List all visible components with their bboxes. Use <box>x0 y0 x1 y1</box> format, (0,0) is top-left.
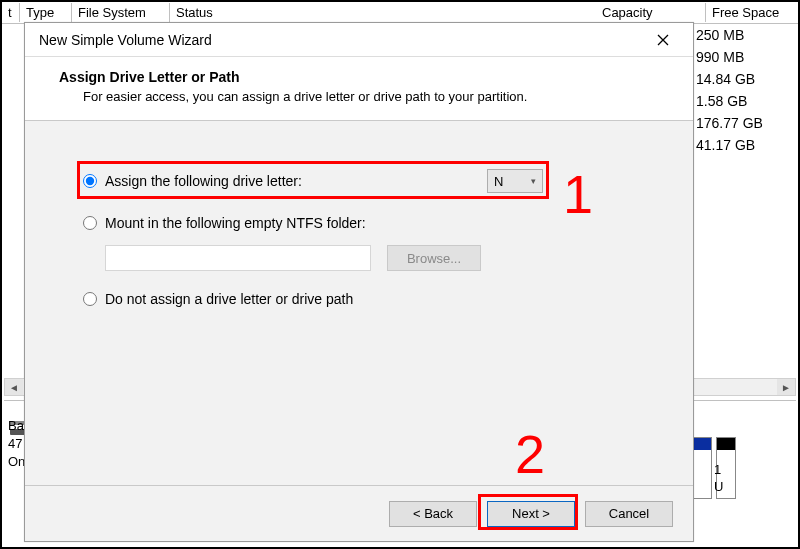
radio-mount-folder[interactable] <box>83 216 97 230</box>
wizard-dialog: New Simple Volume Wizard Assign Drive Le… <box>24 22 694 542</box>
drive-letter-select[interactable]: N ▾ <box>487 169 543 193</box>
wizard-header: Assign Drive Letter or Path For easier a… <box>25 57 693 121</box>
annotation-number-2: 2 <box>515 423 545 485</box>
wizard-body: 1 Assign the following drive letter: N ▾… <box>25 121 693 485</box>
option-label: Do not assign a drive letter or drive pa… <box>105 291 353 307</box>
col-trunc[interactable]: t <box>2 3 20 22</box>
drive-letter-value: N <box>494 174 503 189</box>
page-heading: Assign Drive Letter or Path <box>59 69 673 85</box>
annotation-number-1: 1 <box>563 163 593 225</box>
col-status[interactable]: Status <box>170 3 240 22</box>
radio-assign-letter[interactable] <box>83 174 97 188</box>
browse-button[interactable]: Browse... <box>387 245 481 271</box>
free-val: 14.84 GB <box>696 68 786 90</box>
bg-column-header: t Type File System Status Capacity Free … <box>2 2 798 24</box>
col-type[interactable]: Type <box>20 3 72 22</box>
mount-path-input[interactable] <box>105 245 371 271</box>
free-space-values: 250 MB 990 MB 14.84 GB 1.58 GB 176.77 GB… <box>696 24 786 156</box>
free-val: 176.77 GB <box>696 112 786 134</box>
close-icon <box>657 34 669 46</box>
cancel-button[interactable]: Cancel <box>585 501 673 527</box>
wizard-footer: 2 < Back Next > Cancel <box>25 485 693 541</box>
partition-size: 1 <box>714 461 734 478</box>
option-label: Mount in the following empty NTFS folder… <box>105 215 366 231</box>
free-val: 1.58 GB <box>696 90 786 112</box>
page-subheading: For easier access, you can assign a driv… <box>59 89 673 104</box>
radio-no-assign[interactable] <box>83 292 97 306</box>
next-button[interactable]: Next > <box>487 501 575 527</box>
scroll-left-icon[interactable]: ◄ <box>5 379 23 395</box>
partition-status: U <box>714 478 734 495</box>
col-filesystem[interactable]: File System <box>72 3 170 22</box>
scroll-right-icon[interactable]: ► <box>777 379 795 395</box>
close-button[interactable] <box>643 26 683 54</box>
chevron-down-icon: ▾ <box>531 176 536 186</box>
option-assign-letter[interactable]: Assign the following drive letter: N ▾ <box>83 169 543 193</box>
option-no-assign[interactable]: Do not assign a drive letter or drive pa… <box>83 291 663 307</box>
col-capacity[interactable]: Capacity <box>596 3 706 22</box>
dialog-title: New Simple Volume Wizard <box>39 32 212 48</box>
free-val: 250 MB <box>696 24 786 46</box>
col-freespace[interactable]: Free Space <box>706 3 798 22</box>
free-val: 41.17 GB <box>696 134 786 156</box>
option-label: Assign the following drive letter: <box>105 173 302 189</box>
back-button[interactable]: < Back <box>389 501 477 527</box>
titlebar: New Simple Volume Wizard <box>25 23 693 57</box>
free-val: 990 MB <box>696 46 786 68</box>
